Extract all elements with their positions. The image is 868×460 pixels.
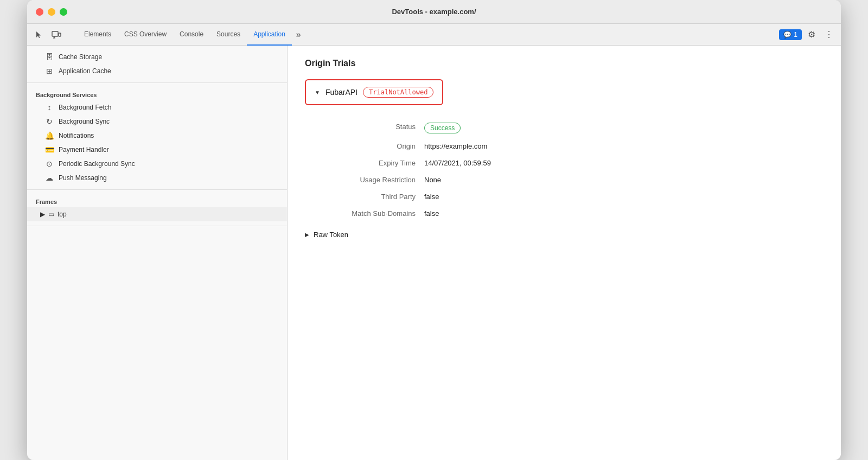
periodic-background-sync-icon: ⊙ — [44, 159, 54, 168]
tab-elements[interactable]: Elements — [78, 24, 118, 46]
notifications-icon: 🔔 — [44, 131, 54, 140]
value-status: Success — [424, 118, 824, 138]
label-expiry-time: Expiry Time — [305, 155, 424, 171]
background-fetch-icon: ↕ — [44, 103, 54, 112]
value-expiry-time: 14/07/2021, 00:59:59 — [424, 155, 824, 171]
table-row-match-sub-domains: Match Sub-Domains false — [305, 205, 824, 222]
tabbar-right: 💬 1 ⚙ ⋮ — [779, 24, 837, 45]
page-title: Origin Trials — [305, 59, 824, 68]
background-sync-icon: ↻ — [44, 117, 54, 126]
fubar-expand-icon: ▼ — [315, 90, 320, 95]
fubar-api-name: FubarAPI — [326, 88, 358, 97]
table-row-third-party: Third Party false — [305, 188, 824, 205]
frame-expand-icon: ▶ — [40, 210, 45, 218]
sidebar-item-notifications[interactable]: 🔔 Notifications — [27, 129, 287, 143]
sidebar-item-cache-storage[interactable]: 🗄 Cache Storage — [27, 50, 287, 64]
value-origin: https://example.com — [424, 138, 824, 155]
sidebar-item-push-messaging[interactable]: ☁ Push Messaging — [27, 171, 287, 185]
table-row-origin: Origin https://example.com — [305, 138, 824, 155]
value-third-party: false — [424, 188, 824, 205]
tab-application[interactable]: Application — [247, 24, 292, 46]
svg-rect-1 — [59, 33, 61, 36]
success-badge: Success — [424, 123, 461, 133]
push-messaging-icon: ☁ — [44, 174, 54, 182]
device-toggle-icon[interactable] — [49, 27, 64, 42]
label-usage-restriction: Usage Restriction — [305, 171, 424, 188]
content-panel: Origin Trials ▼ FubarAPI TrialNotAllowed… — [288, 46, 841, 460]
frames-label: Frames — [27, 194, 287, 207]
fubar-api-row[interactable]: ▼ FubarAPI TrialNotAllowed — [305, 79, 443, 105]
minimize-button[interactable] — [48, 8, 55, 16]
sidebar-item-periodic-background-sync[interactable]: ⊙ Periodic Background Sync — [27, 157, 287, 171]
svg-rect-0 — [52, 31, 58, 36]
raw-token-expand-icon: ▶ — [305, 232, 309, 238]
value-match-sub-domains: false — [424, 205, 824, 222]
background-services-label: Background Services — [27, 87, 287, 100]
table-row-expiry-time: Expiry Time 14/07/2021, 00:59:59 — [305, 155, 824, 171]
label-match-sub-domains: Match Sub-Domains — [305, 205, 424, 222]
sidebar-item-application-cache[interactable]: ⊞ Application Cache — [27, 64, 287, 78]
maximize-button[interactable] — [60, 8, 67, 16]
label-origin: Origin — [305, 138, 424, 155]
tab-css-overview[interactable]: CSS Overview — [118, 24, 173, 46]
devtools-window: DevTools - example.com/ Elements — [27, 0, 841, 460]
tab-console[interactable]: Console — [173, 24, 210, 46]
value-usage-restriction: None — [424, 171, 824, 188]
window-title: DevTools - example.com/ — [392, 8, 476, 16]
table-row-usage-restriction: Usage Restriction None — [305, 171, 824, 188]
sidebar: 🗄 Cache Storage ⊞ Application Cache Back… — [27, 46, 288, 460]
message-icon: 💬 — [783, 31, 792, 39]
raw-token-row[interactable]: ▶ Raw Token — [305, 226, 824, 243]
more-tabs-button[interactable]: » — [292, 24, 305, 45]
sidebar-item-background-sync[interactable]: ↻ Background Sync — [27, 114, 287, 129]
traffic-lights — [36, 8, 67, 16]
cursor-icon[interactable] — [31, 27, 47, 42]
frame-icon: ▭ — [48, 210, 54, 218]
background-services-section: Background Services ↕ Background Fetch ↻… — [27, 83, 287, 190]
table-row-status: Status Success — [305, 118, 824, 138]
cache-section: 🗄 Cache Storage ⊞ Application Cache — [27, 46, 287, 83]
label-third-party: Third Party — [305, 188, 424, 205]
tab-sources[interactable]: Sources — [210, 24, 247, 46]
more-options-button[interactable]: ⋮ — [821, 27, 837, 42]
application-cache-icon: ⊞ — [44, 67, 54, 75]
message-badge-button[interactable]: 💬 1 — [779, 29, 802, 40]
raw-token-label: Raw Token — [314, 231, 348, 239]
settings-button[interactable]: ⚙ — [804, 27, 819, 42]
payment-handler-icon: 💳 — [44, 145, 54, 154]
sidebar-item-background-fetch[interactable]: ↕ Background Fetch — [27, 100, 287, 114]
cache-storage-icon: 🗄 — [44, 53, 54, 61]
trial-not-allowed-badge: TrialNotAllowed — [363, 87, 433, 98]
label-status: Status — [305, 118, 424, 138]
sidebar-item-payment-handler[interactable]: 💳 Payment Handler — [27, 143, 287, 157]
frames-section: Frames ▶ ▭ top — [27, 190, 287, 226]
tabbar: Elements CSS Overview Console Sources Ap… — [27, 24, 841, 46]
details-table: Status Success Origin https://example.co… — [305, 118, 824, 222]
main-area: 🗄 Cache Storage ⊞ Application Cache Back… — [27, 46, 841, 460]
close-button[interactable] — [36, 8, 43, 16]
sidebar-item-top-frame[interactable]: ▶ ▭ top — [27, 207, 287, 221]
titlebar: DevTools - example.com/ — [27, 0, 841, 24]
toolbar-icons — [31, 24, 73, 45]
